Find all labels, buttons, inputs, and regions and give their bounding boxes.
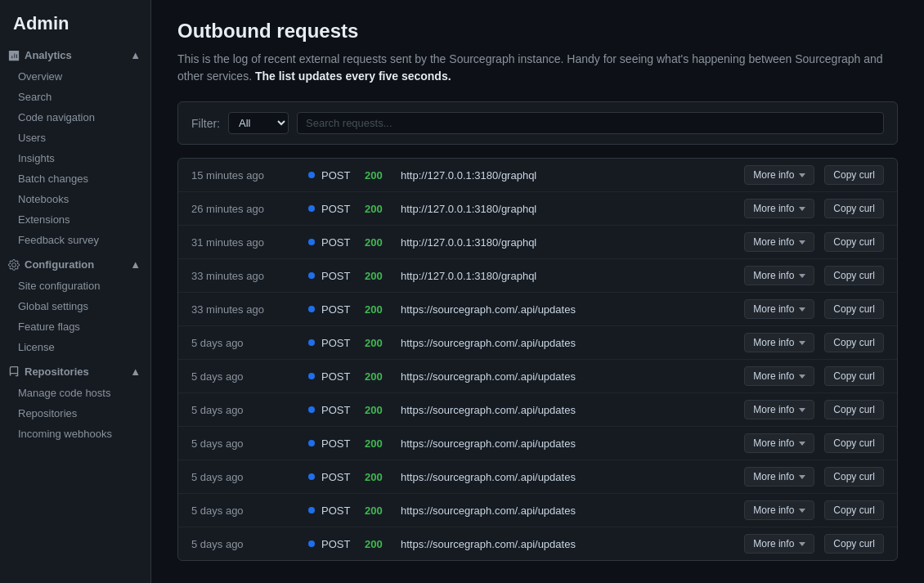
request-url: http://127.0.0.1:3180/graphql (401, 203, 738, 215)
sidebar-item-overview[interactable]: Overview (0, 66, 150, 87)
table-row: 33 minutes ago POST 200 https://sourcegr… (178, 293, 897, 326)
request-time: 5 days ago (191, 337, 302, 349)
chevron-down-icon (799, 408, 805, 412)
more-info-button[interactable]: More info (744, 467, 814, 487)
sidebar-item-manage-code-hosts[interactable]: Manage code hosts (0, 383, 150, 403)
copy-curl-label: Copy curl (833, 203, 875, 214)
copy-curl-button[interactable]: Copy curl (824, 467, 884, 487)
more-info-button[interactable]: More info (744, 400, 814, 419)
more-info-label: More info (753, 169, 794, 181)
sidebar-item-search[interactable]: Search (0, 87, 150, 107)
copy-curl-button[interactable]: Copy curl (824, 366, 884, 386)
sidebar-item-feedback-survey[interactable]: Feedback survey (0, 230, 150, 250)
sidebar-item-code-navigation[interactable]: Code navigation (0, 107, 150, 128)
filter-select[interactable]: All POST GET (228, 112, 289, 134)
request-method: POST (321, 370, 358, 383)
more-info-label: More info (753, 505, 794, 516)
copy-curl-label: Copy curl (833, 538, 875, 549)
table-row: 5 days ago POST 200 https://sourcegraph.… (178, 427, 897, 460)
table-row: 5 days ago POST 200 https://sourcegraph.… (178, 326, 897, 360)
copy-curl-button[interactable]: Copy curl (824, 534, 884, 554)
table-row: 5 days ago POST 200 https://sourcegraph.… (178, 360, 897, 393)
more-info-button[interactable]: More info (744, 299, 814, 319)
sidebar-item-license[interactable]: License (0, 337, 150, 357)
more-info-button[interactable]: More info (744, 232, 814, 252)
more-info-label: More info (753, 538, 794, 549)
request-url: https://sourcegraph.com/.api/updates (401, 505, 738, 517)
chevron-down-icon (799, 240, 805, 244)
request-code: 200 (365, 270, 394, 282)
sidebar-item-notebooks[interactable]: Notebooks (0, 189, 150, 209)
search-input[interactable] (297, 112, 884, 134)
table-row: 15 minutes ago POST 200 http://127.0.0.1… (178, 159, 897, 192)
copy-curl-label: Copy curl (833, 471, 875, 482)
request-time: 5 days ago (191, 370, 302, 383)
table-row: 5 days ago POST 200 https://sourcegraph.… (178, 393, 897, 427)
sidebar-item-feature-flags[interactable]: Feature flags (0, 316, 150, 337)
sidebar-section-header-repositories[interactable]: Repositories ▲ (0, 361, 150, 383)
more-info-button[interactable]: More info (744, 500, 814, 520)
repo-icon (8, 366, 20, 378)
request-code: 200 (365, 303, 394, 316)
request-code: 200 (365, 404, 394, 416)
copy-curl-button[interactable]: Copy curl (824, 199, 884, 218)
more-info-label: More info (753, 370, 794, 382)
copy-curl-button[interactable]: Copy curl (824, 333, 884, 352)
chevron-down-icon (799, 274, 805, 278)
request-time: 5 days ago (191, 404, 302, 416)
status-dot (308, 306, 315, 312)
chevron-down-icon (799, 542, 805, 546)
chevron-down-icon (799, 173, 805, 177)
chevron-down-icon (799, 307, 805, 312)
admin-title: Admin (0, 0, 150, 44)
request-method: POST (321, 471, 358, 483)
sidebar-item-repositories[interactable]: Repositories (0, 403, 150, 424)
more-info-button[interactable]: More info (744, 333, 814, 352)
sidebar-item-insights[interactable]: Insights (0, 148, 150, 168)
more-info-button[interactable]: More info (744, 534, 814, 554)
chevron-down-icon (799, 509, 805, 513)
more-info-button[interactable]: More info (744, 266, 814, 285)
configuration-items: Site configuration Global settings Featu… (0, 276, 150, 357)
status-dot (308, 339, 315, 346)
configuration-collapse-icon: ▲ (130, 258, 141, 271)
copy-curl-button[interactable]: Copy curl (824, 500, 884, 520)
more-info-button[interactable]: More info (744, 199, 814, 218)
request-method: POST (321, 270, 358, 282)
more-info-button[interactable]: More info (744, 433, 814, 453)
status-dot (308, 373, 315, 379)
table-row: 31 minutes ago POST 200 http://127.0.0.1… (178, 226, 897, 259)
sidebar-section-header-analytics[interactable]: Analytics ▲ (0, 44, 150, 66)
sidebar-section-header-configuration[interactable]: Configuration ▲ (0, 253, 150, 276)
request-method: POST (321, 538, 358, 550)
copy-curl-button[interactable]: Copy curl (824, 165, 884, 185)
table-row: 5 days ago POST 200 https://sourcegraph.… (178, 527, 897, 560)
more-info-button[interactable]: More info (744, 165, 814, 185)
copy-curl-label: Copy curl (833, 337, 875, 348)
sidebar-item-users[interactable]: Users (0, 128, 150, 148)
more-info-button[interactable]: More info (744, 366, 814, 386)
sidebar-item-incoming-webhooks[interactable]: Incoming webhooks (0, 424, 150, 444)
sidebar-item-extensions[interactable]: Extensions (0, 209, 150, 230)
copy-curl-button[interactable]: Copy curl (824, 400, 884, 419)
request-time: 5 days ago (191, 437, 302, 450)
status-dot (308, 473, 315, 480)
copy-curl-button[interactable]: Copy curl (824, 266, 884, 285)
sidebar-item-global-settings[interactable]: Global settings (0, 296, 150, 316)
sidebar-item-site-configuration[interactable]: Site configuration (0, 276, 150, 296)
status-dot (308, 205, 315, 212)
requests-table: 15 minutes ago POST 200 http://127.0.0.1… (177, 158, 898, 561)
chevron-down-icon (799, 475, 805, 479)
copy-curl-button[interactable]: Copy curl (824, 299, 884, 319)
repositories-collapse-icon: ▲ (130, 365, 141, 378)
more-info-label: More info (753, 404, 794, 415)
status-dot (308, 272, 315, 279)
request-time: 31 minutes ago (191, 236, 302, 249)
copy-curl-button[interactable]: Copy curl (824, 433, 884, 453)
sidebar-item-batch-changes[interactable]: Batch changes (0, 168, 150, 189)
request-code: 200 (365, 236, 394, 249)
table-row: 33 minutes ago POST 200 http://127.0.0.1… (178, 259, 897, 293)
request-url: http://127.0.0.1:3180/graphql (401, 169, 738, 182)
request-method: POST (321, 169, 358, 182)
copy-curl-button[interactable]: Copy curl (824, 232, 884, 252)
